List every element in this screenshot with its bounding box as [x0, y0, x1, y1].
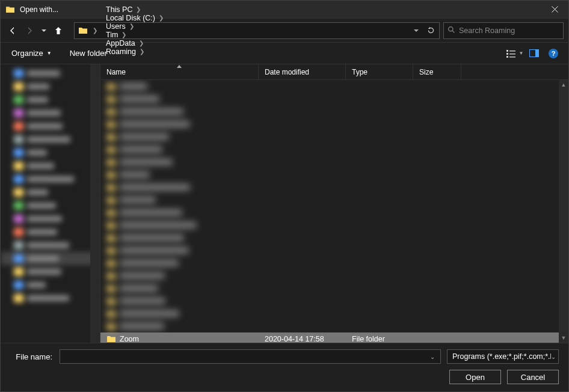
tree-item[interactable] [1, 93, 100, 106]
tree-item[interactable] [1, 146, 100, 159]
close-button[interactable] [541, 1, 568, 19]
file-row-blurred[interactable] [100, 244, 568, 257]
svg-rect-4 [506, 53, 508, 55]
file-row-blurred[interactable] [100, 80, 568, 93]
column-headers: Name Date modified Type Size [100, 64, 568, 80]
folder-icon [78, 26, 88, 35]
forward-button[interactable] [22, 23, 37, 38]
tree-item[interactable] [1, 159, 100, 173]
up-button[interactable] [51, 23, 66, 38]
column-header-name[interactable]: Name [100, 64, 259, 79]
file-row-blurred[interactable] [100, 156, 568, 168]
chevron-right-icon: ❯ [159, 14, 164, 21]
file-row-blurred[interactable] [100, 206, 568, 219]
chevron-right-icon: ❯ [121, 31, 126, 38]
file-row-blurred[interactable] [100, 282, 568, 295]
svg-rect-5 [509, 54, 515, 55]
file-row-blurred[interactable] [100, 307, 568, 320]
file-date: 2020-04-14 17:58 [259, 335, 346, 343]
scroll-up-icon[interactable]: ▲ [559, 80, 568, 90]
chevron-right-icon: ❯ [139, 40, 144, 46]
tree-item[interactable] [1, 212, 100, 225]
chevron-right-icon: ❯ [136, 6, 141, 13]
file-type: File folder [346, 335, 413, 343]
file-row-blurred[interactable] [100, 130, 568, 143]
file-row-blurred[interactable] [100, 93, 568, 105]
refresh-button[interactable] [423, 23, 438, 38]
file-row-blurred[interactable] [100, 143, 568, 156]
preview-pane-button[interactable] [525, 46, 543, 61]
file-row-blurred[interactable] [100, 219, 568, 231]
breadcrumb-item[interactable]: AppData❯ [101, 39, 167, 47]
file-row-selected[interactable]: Zoom 2020-04-14 17:58 File folder [100, 332, 568, 343]
column-header-type[interactable]: Type [346, 64, 413, 79]
address-bar[interactable]: ❯ This PC❯Local Disk (C:)❯Users❯Tim❯AppD… [74, 22, 440, 39]
file-row-blurred[interactable] [100, 105, 568, 118]
tree-item[interactable] [1, 106, 100, 120]
column-header-date[interactable]: Date modified [259, 64, 346, 79]
filename-input[interactable]: ⌄ [60, 349, 441, 364]
search-input[interactable]: Search Roaming [443, 22, 564, 39]
cancel-button[interactable]: Cancel [507, 370, 559, 384]
file-name: Zoom [120, 335, 139, 343]
file-row-blurred[interactable] [100, 118, 568, 130]
tree-item[interactable] [1, 239, 100, 252]
tree-item[interactable] [1, 252, 100, 265]
recent-locations-button[interactable] [39, 23, 49, 38]
svg-line-1 [452, 31, 454, 32]
tree-item[interactable] [1, 120, 100, 133]
svg-rect-2 [506, 50, 508, 52]
file-type-filter[interactable]: Programs (*.exe;*.pif;*.com;*.bat) ⌄ [447, 349, 559, 364]
file-row-blurred[interactable] [100, 194, 568, 206]
view-options-button[interactable]: ▼ [506, 46, 524, 61]
chevron-right-icon: ❯ [129, 23, 134, 29]
open-button[interactable]: Open [449, 370, 501, 384]
tree-item[interactable] [1, 292, 100, 305]
tree-item[interactable] [1, 67, 100, 80]
file-row-blurred[interactable] [100, 231, 568, 244]
organize-button[interactable]: Organize ▼ [7, 46, 57, 60]
scroll-down-icon[interactable]: ▼ [559, 333, 568, 343]
svg-rect-3 [509, 51, 515, 52]
breadcrumb-item[interactable]: Tim❯ [101, 31, 167, 39]
file-row-blurred[interactable] [100, 320, 568, 332]
list-scrollbar[interactable]: ▲ ▼ [559, 80, 568, 343]
file-row-blurred[interactable] [100, 269, 568, 282]
file-list: Name Date modified Type Size Zoom [100, 64, 568, 343]
search-icon [448, 26, 455, 35]
open-dialog: Open with... ❯ This PC❯Local Disk (C:)❯U… [0, 0, 569, 392]
tree-item[interactable] [1, 173, 100, 186]
chevron-down-icon: ▼ [47, 51, 52, 56]
dialog-footer: File name: ⌄ Programs (*.exe;*.pif;*.com… [1, 343, 568, 391]
tree-item[interactable] [1, 278, 100, 292]
window-title: Open with... [20, 5, 58, 14]
toolbar: Organize ▼ New folder ▼ ? [1, 43, 568, 64]
breadcrumb-item[interactable]: Roaming❯ [101, 47, 167, 56]
tree-item[interactable] [1, 80, 100, 93]
tree-item[interactable] [1, 133, 100, 146]
tree-item[interactable] [1, 265, 100, 278]
breadcrumb-item[interactable]: This PC❯ [101, 5, 167, 14]
tree-scrollbar[interactable] [90, 64, 100, 343]
navigation-tree[interactable] [1, 64, 100, 343]
back-button[interactable] [5, 23, 20, 38]
filename-text-field[interactable] [63, 352, 427, 362]
dialog-body: Name Date modified Type Size Zoom [1, 64, 568, 343]
column-header-size[interactable]: Size [413, 64, 461, 79]
address-dropdown-button[interactable] [409, 23, 423, 38]
svg-point-0 [449, 26, 453, 31]
file-row-blurred[interactable] [100, 168, 568, 181]
address-bar-row: ❯ This PC❯Local Disk (C:)❯Users❯Tim❯AppD… [1, 19, 568, 43]
chevron-right-icon[interactable]: ❯ [89, 27, 101, 34]
tree-item[interactable] [1, 199, 100, 212]
svg-rect-6 [506, 56, 508, 58]
breadcrumb-item[interactable]: Local Disk (C:)❯ [101, 14, 167, 22]
file-row-blurred[interactable] [100, 295, 568, 307]
file-row-blurred[interactable] [100, 181, 568, 194]
chevron-down-icon[interactable]: ⌄ [427, 354, 438, 360]
breadcrumb-item[interactable]: Users❯ [101, 22, 167, 31]
file-row-blurred[interactable] [100, 257, 568, 269]
help-button[interactable]: ? [544, 46, 562, 61]
tree-item[interactable] [1, 225, 100, 239]
tree-item[interactable] [1, 186, 100, 199]
